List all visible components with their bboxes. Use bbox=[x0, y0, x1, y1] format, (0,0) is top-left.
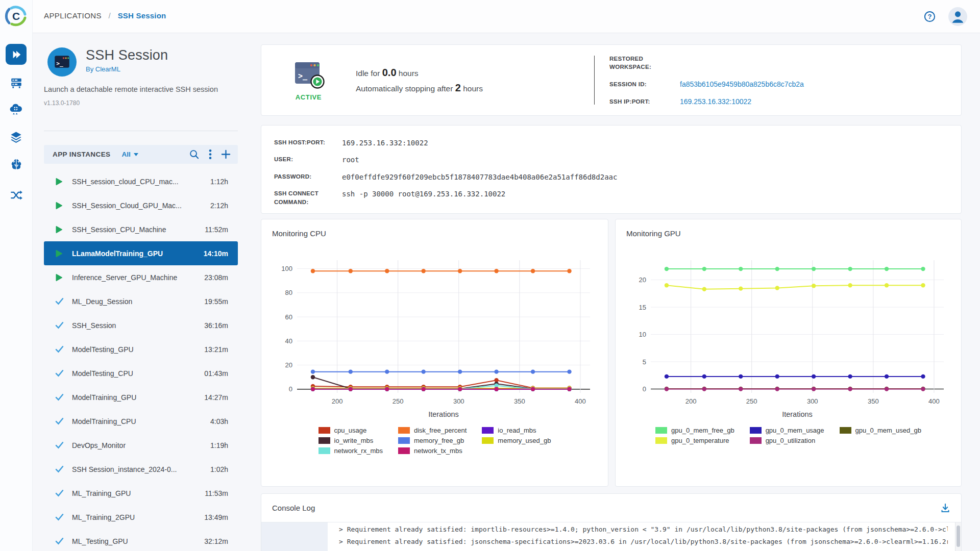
top-bar: APPLICATIONS / SSH Session ? bbox=[32, 0, 980, 33]
instance-name: Inference_Server_GPU_Machine bbox=[72, 273, 197, 282]
breadcrumb-applications[interactable]: APPLICATIONS bbox=[44, 11, 102, 20]
instances-search-button[interactable] bbox=[189, 149, 200, 160]
vertical-divider bbox=[594, 56, 595, 105]
ssh-details-grid: SSH HOST:PORT:169.253.16.332:10022USER:r… bbox=[261, 126, 961, 207]
console-scrollbar[interactable] bbox=[955, 522, 961, 551]
console-log-line: > Requirement already satisfied: jsonsch… bbox=[339, 536, 948, 548]
session-info-fields: RESTORED WORKSPACE:SESSION ID:fa853b6105… bbox=[609, 55, 804, 106]
rail-item-applications-active[interactable] bbox=[6, 44, 27, 65]
session-field-value[interactable]: 169.253.16.332:10022 bbox=[680, 97, 804, 106]
legend-item[interactable]: network_rx_mbs bbox=[318, 447, 383, 455]
instance-row[interactable]: DevOps_Monitor1:19h bbox=[44, 433, 238, 457]
legend-item[interactable]: network_tx_mbs bbox=[398, 447, 467, 455]
instance-name: LLamaModelTraining_GPU bbox=[72, 249, 197, 258]
instances-filter-dropdown[interactable]: All bbox=[121, 151, 138, 158]
instance-runtime: 1:12h bbox=[197, 178, 238, 186]
instance-row[interactable]: SSH Session_instance_2024-0...1:02h bbox=[44, 457, 238, 481]
auto-stop-hours-value: 2 bbox=[455, 82, 461, 93]
running-status-icon bbox=[55, 273, 64, 282]
instance-row[interactable]: ML_Deug_Session19:55m bbox=[44, 289, 238, 313]
instance-row[interactable]: SSH_Session_Cloud_GPU_Mac...2:12h bbox=[44, 193, 238, 217]
svg-text:20: 20 bbox=[285, 361, 292, 369]
legend-item[interactable]: cpu_usage bbox=[318, 427, 383, 434]
download-log-button[interactable] bbox=[940, 503, 951, 514]
instance-runtime: 2:12h bbox=[197, 202, 238, 210]
app-instances-header: APP INSTANCES All bbox=[44, 145, 238, 164]
legend-item[interactable]: gpu_0_mem_used_gb bbox=[840, 427, 921, 434]
instance-name: ML_Training_GPU bbox=[72, 489, 197, 497]
session-field-label: SSH IP:PORT: bbox=[609, 97, 666, 106]
legend-item[interactable]: gpu_0_mem_free_gb bbox=[655, 427, 734, 434]
console-log-line: > Requirement already satisfied: importl… bbox=[339, 523, 948, 536]
instance-runtime: 11:53m bbox=[197, 489, 238, 497]
svg-text:Iterations: Iterations bbox=[428, 410, 459, 418]
running-status-icon bbox=[55, 202, 64, 210]
gpu-chart-legend: gpu_0_mem_free_gbgpu_0_mem_usagegpu_0_me… bbox=[616, 427, 961, 444]
legend-swatch bbox=[398, 437, 410, 444]
page-title: SSH Session bbox=[86, 47, 168, 63]
ssh-detail-label: USER: bbox=[274, 155, 328, 164]
ssh-detail-label: SSH HOST:PORT: bbox=[274, 138, 328, 147]
instance-row[interactable]: ML_Training_2GPU13:49m bbox=[44, 505, 238, 529]
clearml-logo[interactable]: C bbox=[5, 5, 28, 28]
console-log-body[interactable]: > Requirement already satisfied: importl… bbox=[261, 522, 961, 551]
legend-label: gpu_0_temperature bbox=[671, 437, 729, 444]
instance-row[interactable]: ML_Testing_GPU32:12m bbox=[44, 529, 238, 551]
rail-item-cloud-autoscaler[interactable] bbox=[0, 103, 32, 116]
instance-name: ModelTraining_CPU bbox=[72, 417, 197, 425]
legend-label: memory_used_gb bbox=[498, 437, 551, 444]
legend-swatch bbox=[655, 427, 667, 434]
instance-row[interactable]: LLamaModelTraining_GPU14:10m bbox=[44, 241, 238, 265]
instance-runtime: 1:02h bbox=[197, 465, 238, 473]
instance-row[interactable]: ModelTraining_GPU14:27m bbox=[44, 385, 238, 409]
gpu-chart-plot[interactable]: 05101520200250300350400Iterations bbox=[626, 251, 951, 421]
legend-item[interactable]: gpu_0_temperature bbox=[655, 437, 734, 444]
legend-item[interactable]: disk_free_percent bbox=[398, 427, 467, 434]
instance-name: SSH_Session bbox=[72, 321, 197, 330]
gpu-chart-title: Monitoring GPU bbox=[616, 219, 961, 238]
legend-item[interactable]: memory_used_gb bbox=[482, 437, 551, 444]
instance-row[interactable]: SSH_session_cloud_CPU_mac...1:12h bbox=[44, 169, 238, 193]
instance-row[interactable]: SSH_Session36:16m bbox=[44, 313, 238, 337]
svg-text:15: 15 bbox=[639, 304, 646, 311]
app-author-link[interactable]: By ClearML bbox=[86, 65, 168, 73]
legend-item[interactable]: gpu_0_mem_usage bbox=[750, 427, 824, 434]
session-field-value[interactable]: fa853b6105e9459b80a825b6c8c7cb2a bbox=[680, 80, 804, 88]
svg-text:40: 40 bbox=[285, 337, 292, 345]
legend-item[interactable]: io_write_mbs bbox=[318, 437, 383, 444]
instance-row[interactable]: ModelTesting_CPU01:43m bbox=[44, 361, 238, 385]
kebab-menu-icon bbox=[209, 149, 212, 160]
instance-name: SSH_Session_CPU_Machine bbox=[72, 226, 197, 234]
svg-text:>_: >_ bbox=[56, 60, 63, 67]
instance-runtime: 1:19h bbox=[197, 441, 238, 449]
add-instance-button[interactable] bbox=[221, 149, 231, 159]
instance-row[interactable]: SSH_Session_CPU_Machine11:52m bbox=[44, 217, 238, 241]
user-avatar[interactable] bbox=[948, 7, 967, 26]
instance-row[interactable]: ModelTraining_CPU4:03h bbox=[44, 409, 238, 433]
question-circle-icon: ? bbox=[923, 10, 936, 23]
rail-item-pipelines[interactable] bbox=[0, 188, 32, 202]
legend-item[interactable]: io_read_mbs bbox=[482, 427, 551, 434]
cpu-chart-plot[interactable]: 020406080100200250300350400Iterations bbox=[273, 251, 597, 421]
instance-runtime: 11:52m bbox=[197, 226, 238, 234]
svg-text:20: 20 bbox=[639, 276, 646, 284]
rail-item-models[interactable] bbox=[0, 158, 32, 171]
completed-status-icon bbox=[55, 537, 64, 545]
server-rack-icon bbox=[10, 77, 23, 90]
completed-status-icon bbox=[55, 441, 64, 449]
instances-more-menu-button[interactable] bbox=[209, 149, 212, 160]
console-log-lines: > Requirement already satisfied: importl… bbox=[339, 523, 948, 551]
svg-text:10: 10 bbox=[639, 331, 646, 338]
svg-text:400: 400 bbox=[928, 397, 940, 405]
rail-item-workers-queues[interactable] bbox=[0, 77, 32, 90]
legend-item[interactable]: gpu_0_utilization bbox=[750, 437, 824, 444]
svg-text:250: 250 bbox=[392, 397, 403, 405]
rail-item-datasets[interactable] bbox=[0, 130, 32, 144]
instance-name: SSH_Session_Cloud_GPU_Mac... bbox=[72, 202, 197, 210]
legend-item[interactable]: memory_free_gb bbox=[398, 437, 467, 444]
instance-row[interactable]: ML_Training_GPU11:53m bbox=[44, 481, 238, 505]
breadcrumb-separator: / bbox=[108, 11, 111, 20]
help-button[interactable]: ? bbox=[923, 10, 936, 23]
instance-row[interactable]: ModelTesting_GPU13:21m bbox=[44, 337, 238, 361]
instance-row[interactable]: Inference_Server_GPU_Machine23:08m bbox=[44, 265, 238, 289]
